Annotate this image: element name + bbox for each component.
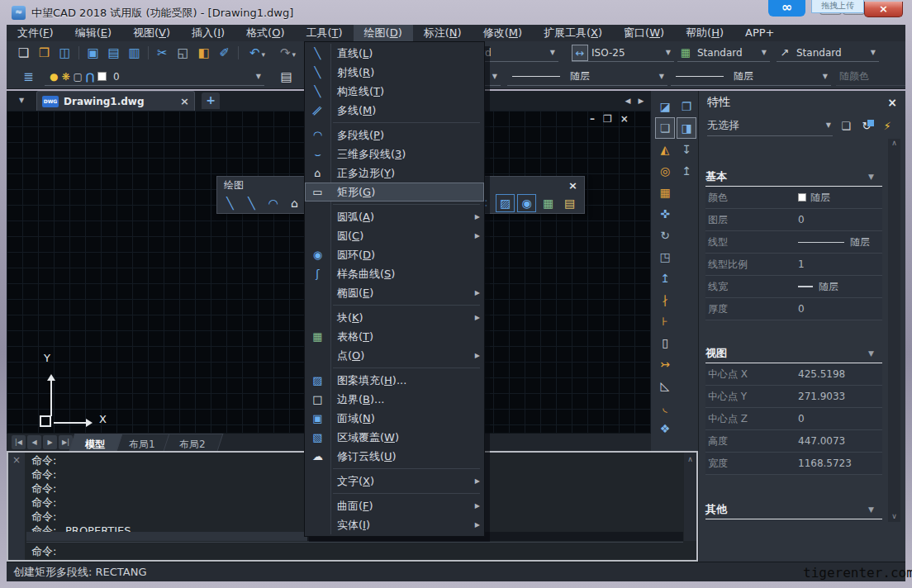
modify-tool-button[interactable]: ❖ [655,418,675,439]
tab-prev-icon[interactable]: ◀ [27,435,41,449]
menu-bar-item[interactable]: 修改(M) [473,25,533,41]
property-row[interactable]: 中心点 X 425.5198 [705,363,882,386]
menu-bar-item[interactable]: 工具(T) [295,25,353,41]
property-row[interactable]: 中心点 Y 271.9033 [705,386,882,408]
menu-bar-item[interactable]: 标注(N) [413,25,473,41]
doc-nav-right-icon[interactable]: ▶ [634,91,648,111]
toolbar-button[interactable]: ◧ [193,43,214,63]
menu-bar-item[interactable]: 文件(F) [7,25,64,41]
menu-item[interactable]: ◉ 圆环(D) [305,245,484,264]
new-document-button[interactable]: + [202,92,220,109]
command-input[interactable]: 命令: [26,542,683,560]
toolbar-button[interactable]: ↷ [273,43,303,63]
menu-item[interactable]: 曲面(F) ▶ [305,496,484,515]
section-header-basic[interactable]: 基本 ▼ [705,167,882,187]
command-vscrollbar[interactable]: ∧ [684,453,696,541]
scroll-up-icon[interactable]: ∧ [891,139,897,147]
menu-item[interactable]: □ 边界(B)... [305,390,484,409]
doc-close-icon[interactable]: × [620,113,629,125]
modify-tool-button[interactable]: ◎ [655,160,675,182]
menu-item[interactable]: ⌂ 正多边形(Y) [305,164,484,183]
menu-item[interactable]: 点(O) ▶ [305,346,484,365]
menu-item[interactable] [305,491,484,496]
menu-item[interactable]: 块(K) ▶ [305,308,484,327]
section-header-view[interactable]: 视图 ▼ [705,344,882,363]
menu-item[interactable]: 圆(C) ▶ [305,226,484,245]
menu-item[interactable] [305,365,484,371]
menu-item[interactable]: ☁ 修订云线(U) [305,447,484,466]
toolbar-button[interactable]: ✐ [214,43,235,63]
modify-tool-button[interactable]: ∤ [655,289,675,311]
menu-item[interactable]: ∥ 多线(M) [305,101,484,120]
quick-calc-icon[interactable]: ⚡ [880,120,895,132]
menu-item[interactable]: 圆弧(A) ▶ [305,207,484,226]
doc-restore-icon[interactable]: ❐ [603,113,612,125]
draw-tool-button[interactable]: ╲ [242,194,261,212]
section-header-other[interactable]: 其他 ▼ [705,500,882,519]
close-button[interactable]: × [864,2,903,17]
property-row[interactable]: 宽度 1168.5723 [705,453,882,475]
modify-tool-button[interactable]: ◪ [655,96,675,117]
property-row[interactable]: 线宽 随层 [705,276,882,298]
doc-minimize-icon[interactable]: – [590,113,595,125]
menu-item[interactable]: ▨ 图案填充(H)... [305,371,484,390]
toolbar-button[interactable]: ✂ [152,43,173,63]
menu-item[interactable]: ▧ 区域覆盖(W) [305,428,484,447]
scroll-down-icon[interactable]: ∨ [888,512,900,520]
modify-tool-button[interactable]: ▯ [655,332,675,353]
menu-item[interactable] [305,302,484,308]
menu-item[interactable]: ʃ 样条曲线(S) [305,264,484,283]
modify-tool-button[interactable]: ↣ [655,353,675,375]
menu-bar-item[interactable]: APP+ [734,25,785,41]
property-row[interactable]: 厚度 0 [705,298,882,320]
menu-item[interactable]: ╲ 直线(L) [305,44,484,63]
modify-tool-button[interactable]: ✜ [655,203,675,225]
menu-bar-item[interactable]: 窗口(W) [613,25,675,41]
mleader-style-combo[interactable]: ↗ Standard ▼ [777,44,879,62]
toolbar-button[interactable] [145,43,152,63]
menu-item[interactable]: ▭ 矩形(G) [305,183,484,202]
toolbar-button[interactable]: ▤ [103,43,124,63]
draw-tool-button[interactable]: ▨ [496,194,515,212]
tab-first-icon[interactable]: |◀ [12,435,26,449]
hscroll-thumb[interactable] [26,532,307,541]
properties-close-icon[interactable]: × [887,96,897,109]
modify-tool-button[interactable]: ◺ [655,375,675,396]
menu-item[interactable]: ▣ 面域(N) [305,409,484,428]
menu-item[interactable]: ⌣ 三维多段线(3) [305,145,484,164]
menu-item[interactable]: ▦ 表格(T) [305,327,484,346]
layer-manager-button[interactable]: ≣ [18,67,39,87]
menu-item[interactable]: 文字(X) ▶ [305,472,484,491]
menu-bar-item[interactable]: 编辑(E) [64,25,122,41]
menu-item[interactable]: ╲ 射线(R) [305,63,484,82]
toolbar-button[interactable]: ◫ [55,43,75,63]
property-row[interactable]: 线型 随层 [705,231,882,254]
clipboard-tool-button[interactable]: ↧ [677,139,696,160]
toolbar-button[interactable]: ▥ [124,43,145,63]
doc-nav-left-icon[interactable]: ◀ [621,91,634,111]
selection-combo[interactable]: 无选择 ▼ [707,116,833,136]
toggle-value-icon[interactable]: ↻ [859,120,874,132]
menu-bar-item[interactable]: 帮助(H) [675,25,734,41]
tab-next-icon[interactable]: ▶ [43,435,57,449]
table-style-combo[interactable]: ▦ Standard ▼ [677,44,770,62]
layer-combo[interactable]: ● ❋ ▢ ⋂ 0 ▼ [45,68,264,86]
toolbar-close-icon[interactable]: × [568,179,577,192]
property-row[interactable]: 高度 447.0073 [705,430,882,453]
doc-close-icon[interactable]: × [180,95,189,107]
property-row[interactable]: 线型比例 1 [705,254,882,276]
toolbar-button[interactable]: ❒ [34,43,55,63]
draw-tool-button[interactable]: ╲ [221,194,240,212]
quick-select-icon[interactable]: ❏ [838,120,853,132]
modify-tool-button[interactable]: ⊦ [655,311,675,332]
menu-bar-item[interactable]: 扩展工具(X) [533,25,613,41]
draw-tool-button[interactable]: ▦ [539,194,558,212]
toolbar-button[interactable]: ❏ [13,43,34,63]
draw-tool-button[interactable]: ◠ [264,194,283,212]
cloud-upload-icon[interactable]: ∞ [768,0,805,17]
menu-bar-item[interactable]: 视图(V) [122,25,181,41]
toolbar-button[interactable] [75,43,83,63]
properties-scrollbar[interactable]: ∧ ∨ [888,139,900,522]
modify-tool-button[interactable]: ▦ [655,182,675,203]
menu-item[interactable]: 实体(I) ▶ [305,515,484,534]
